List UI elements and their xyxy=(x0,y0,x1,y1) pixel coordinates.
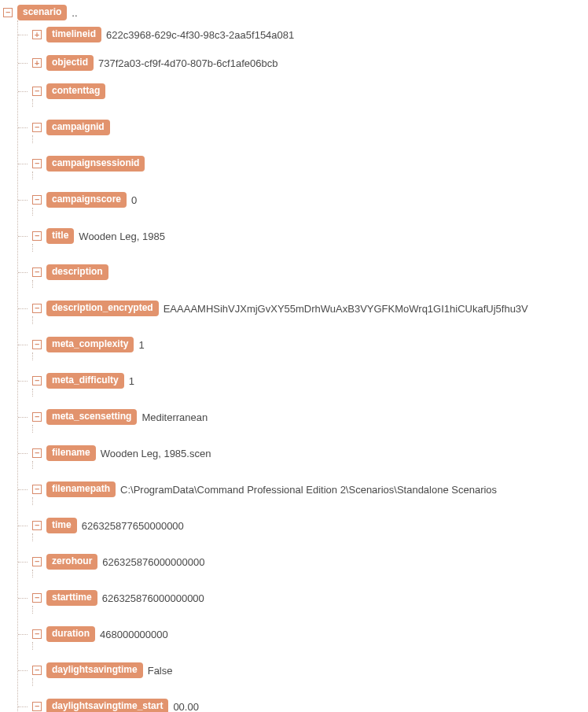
tree-row[interactable]: campaignscore0 xyxy=(18,192,588,208)
collapse-icon[interactable] xyxy=(32,87,42,96)
tree-row[interactable]: meta_complexity1 xyxy=(18,337,588,352)
tree-row[interactable]: objectid737f2a03-cf9f-4d70-807b-6cf1afe0… xyxy=(18,55,588,71)
tree-connector xyxy=(32,244,588,252)
toggle-icon[interactable] xyxy=(3,8,13,17)
tree-connector xyxy=(32,316,588,324)
tree-connector xyxy=(32,642,588,650)
tag-label: duration xyxy=(46,626,95,641)
node-value: Wooden Leg, 1985 xyxy=(79,231,165,242)
tree-connector xyxy=(32,461,588,469)
tree-node: filenamepathC:\ProgramData\Command Profe… xyxy=(18,475,588,511)
xml-tree: scenario .. timelineid622c3968-629c-4f30… xyxy=(0,0,588,712)
tree-node: description xyxy=(18,258,588,294)
collapse-icon[interactable] xyxy=(32,702,42,711)
tag-label: description_encrypted xyxy=(46,301,159,315)
tree-row[interactable]: scenario .. xyxy=(3,5,588,20)
node-value: 626325877650000000 xyxy=(82,521,184,531)
tree-connector xyxy=(32,678,588,686)
node-value: 622c3968-629c-4f30-98c3-2aa5f154a081 xyxy=(106,30,294,40)
node-value: 1 xyxy=(138,340,144,350)
tree-connector xyxy=(32,606,588,614)
node-value: .. xyxy=(72,8,77,18)
tree-node: meta_difficulty1 xyxy=(18,367,588,403)
tree-node: description_encryptedEAAAAMHSihVJXmjGvXY… xyxy=(18,294,588,330)
tree-node: daylightsavingtime_start00.00 xyxy=(18,692,588,712)
tag-label: contenttag xyxy=(46,83,105,98)
expand-icon[interactable] xyxy=(32,30,42,39)
collapse-icon[interactable] xyxy=(32,304,42,313)
tag-label: campaignsessionid xyxy=(46,156,145,171)
node-value: 1 xyxy=(129,376,134,386)
collapse-icon[interactable] xyxy=(32,340,42,349)
tree-node: filenameWooden Leg, 1985.scen xyxy=(18,439,588,475)
tree-connector xyxy=(32,533,588,541)
node-value: 468000000000 xyxy=(100,629,168,640)
tag-label: starttime xyxy=(46,590,97,605)
collapse-icon[interactable] xyxy=(32,376,42,386)
tree-row[interactable]: contenttag xyxy=(18,83,588,99)
tag-label: filename xyxy=(46,445,96,460)
tag-label: campaignid xyxy=(46,120,110,135)
tree-row[interactable]: time626325877650000000 xyxy=(18,518,588,533)
collapse-icon[interactable] xyxy=(32,267,42,277)
tree-connector xyxy=(32,497,588,505)
tag-label: meta_scensetting xyxy=(46,409,137,424)
tree-row[interactable]: campaignsessionid xyxy=(18,156,588,172)
tree-node: campaignsessionid xyxy=(18,149,588,186)
collapse-icon[interactable] xyxy=(32,159,42,168)
tree-connector xyxy=(32,425,588,433)
tree-row[interactable]: filenamepathC:\ProgramData\Command Profe… xyxy=(18,481,588,497)
collapse-icon[interactable] xyxy=(32,448,42,458)
collapse-icon[interactable] xyxy=(32,231,42,241)
tree-connector xyxy=(32,280,588,288)
tree-node: campaignid xyxy=(18,113,588,149)
node-value: Wooden Leg, 1985.scen xyxy=(101,448,211,459)
expand-icon[interactable] xyxy=(32,58,42,68)
tree-row[interactable]: meta_difficulty1 xyxy=(18,373,588,389)
tree-node: campaignscore0 xyxy=(18,186,588,222)
tree-row[interactable]: zerohour626325876000000000 xyxy=(18,554,588,570)
node-value: C:\ProgramData\Command Professional Edit… xyxy=(120,485,497,495)
tree-node: meta_scensettingMediterranean xyxy=(18,403,588,439)
tree-row[interactable]: duration468000000000 xyxy=(18,626,588,642)
collapse-icon[interactable] xyxy=(32,485,42,494)
collapse-icon[interactable] xyxy=(32,593,42,603)
tree-row[interactable]: daylightsavingtime_start00.00 xyxy=(18,699,588,712)
tree-row[interactable]: titleWooden Leg, 1985 xyxy=(18,228,588,244)
collapse-icon[interactable] xyxy=(32,521,42,530)
collapse-icon[interactable] xyxy=(32,195,42,205)
tag-label: timelineid xyxy=(46,27,101,42)
tree-row[interactable]: description_encryptedEAAAAMHSihVJXmjGvXY… xyxy=(18,301,588,316)
tree-row[interactable]: campaignid xyxy=(18,120,588,135)
tree-node: meta_complexity1 xyxy=(18,330,588,367)
tree-node: starttime626325876000000000 xyxy=(18,584,588,620)
node-value: 737f2a03-cf9f-4d70-807b-6cf1afe06bcb xyxy=(98,58,277,68)
tree-connector xyxy=(32,172,588,179)
tree-connector xyxy=(32,208,588,216)
tree-node: titleWooden Leg, 1985 xyxy=(18,222,588,258)
collapse-icon[interactable] xyxy=(32,629,42,639)
tree-node-root: scenario .. timelineid622c3968-629c-4f30… xyxy=(3,5,588,712)
collapse-icon[interactable] xyxy=(32,123,42,132)
tree-row[interactable]: meta_scensettingMediterranean xyxy=(18,409,588,425)
collapse-icon[interactable] xyxy=(32,412,42,422)
tree-node: time626325877650000000 xyxy=(18,511,588,548)
tree-connector xyxy=(32,389,588,397)
collapse-icon[interactable] xyxy=(32,666,42,675)
collapse-icon[interactable] xyxy=(32,557,42,566)
tree-node: duration468000000000 xyxy=(18,620,588,656)
tag-label: meta_difficulty xyxy=(46,373,124,388)
tree-row[interactable]: timelineid622c3968-629c-4f30-98c3-2aa5f1… xyxy=(18,27,588,42)
tag-label: time xyxy=(46,518,77,533)
tree-row[interactable]: starttime626325876000000000 xyxy=(18,590,588,606)
tree-connector xyxy=(32,135,588,143)
tree-row[interactable]: description xyxy=(18,264,588,280)
tree-node: contenttag xyxy=(18,77,588,113)
tree-row[interactable]: filenameWooden Leg, 1985.scen xyxy=(18,445,588,461)
tree-connector xyxy=(32,99,588,107)
tag-label: filenamepath xyxy=(46,481,116,496)
tag-label: zerohour xyxy=(46,554,97,569)
tree-node: daylightsavingtimeFalse xyxy=(18,656,588,692)
tree-row[interactable]: daylightsavingtimeFalse xyxy=(18,662,588,678)
node-value: Mediterranean xyxy=(141,412,208,422)
